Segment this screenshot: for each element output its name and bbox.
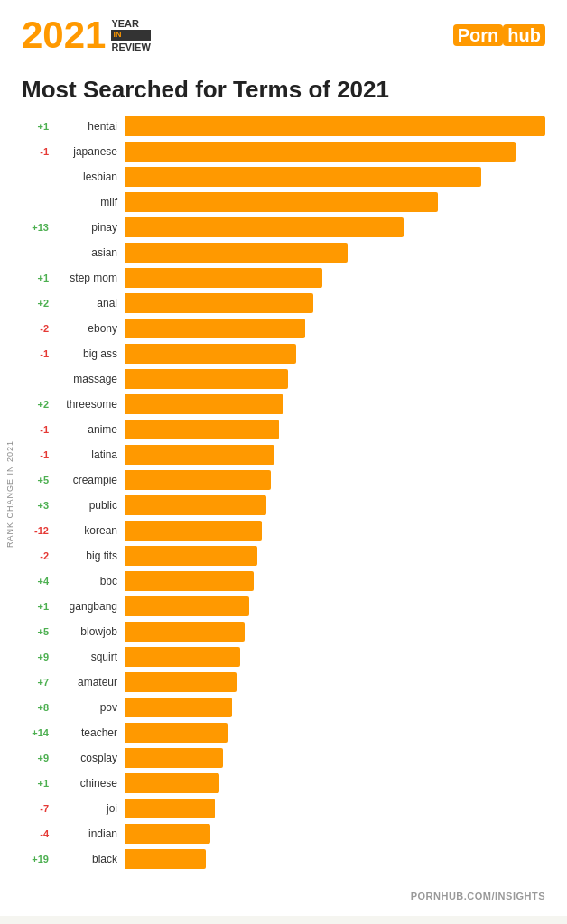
rank-change: -2 — [20, 323, 52, 334]
term-label: public — [52, 499, 125, 512]
rank-change: +1 — [20, 121, 52, 132]
bar-fill — [125, 723, 228, 743]
rank-change: +19 — [20, 854, 52, 864]
bar-row: +1gangbang — [20, 595, 545, 618]
rank-change: -1 — [20, 424, 52, 435]
bar-track — [125, 622, 545, 642]
bar-row: +14teacher — [20, 721, 545, 744]
bar-row: -1latina — [20, 443, 545, 467]
bar-track — [125, 420, 545, 439]
bar-track — [125, 824, 545, 844]
bar-fill — [125, 773, 219, 793]
bar-track — [125, 394, 545, 414]
term-label: amateur — [52, 676, 125, 688]
term-label: pinay — [52, 221, 125, 234]
bar-track — [125, 571, 545, 591]
bar-row: lesbian — [20, 165, 545, 189]
bar-fill — [125, 293, 313, 313]
bar-track — [125, 344, 545, 364]
rank-change: +1 — [20, 601, 52, 612]
bar-track — [125, 319, 545, 338]
term-label: lesbian — [52, 171, 125, 183]
bar-fill — [125, 268, 322, 288]
rank-change: +7 — [20, 677, 52, 688]
term-label: japanese — [52, 145, 125, 158]
bar-fill — [125, 647, 240, 667]
term-label: anime — [52, 423, 125, 436]
bar-track — [125, 445, 545, 465]
bar-row: milf — [20, 190, 545, 214]
bar-fill — [125, 698, 232, 717]
rank-change: +14 — [20, 727, 52, 738]
main-title: Most Searched for Terms of 2021 — [0, 63, 567, 111]
bar-fill — [125, 596, 249, 616]
bar-fill — [125, 420, 279, 439]
bar-track — [125, 142, 545, 162]
term-label: squirt — [52, 651, 125, 663]
bar-row: +2threesome — [20, 393, 545, 416]
bar-track — [125, 243, 545, 263]
bar-row: asian — [20, 241, 545, 264]
chart-inner: +1hentai-1japaneselesbianmilf+13pinayasi… — [20, 115, 545, 873]
bar-track — [125, 748, 545, 768]
logo-hub-badge: hub — [503, 24, 545, 46]
bar-track — [125, 192, 545, 212]
bar-fill — [125, 217, 404, 237]
term-label: teacher — [52, 726, 125, 739]
bar-row: +1chinese — [20, 772, 545, 795]
term-label: gangbang — [52, 600, 125, 613]
term-label: massage — [52, 373, 125, 385]
bar-track — [125, 723, 545, 743]
term-label: chinese — [52, 777, 125, 790]
rank-change: +9 — [20, 651, 52, 662]
bar-row: +2anal — [20, 291, 545, 315]
bar-row: +4bbc — [20, 569, 545, 593]
term-label: cosplay — [52, 752, 125, 764]
bar-fill — [125, 571, 254, 591]
rank-change: +8 — [20, 702, 52, 713]
bar-row: -1big ass — [20, 342, 545, 365]
bar-track — [125, 546, 545, 566]
bar-track — [125, 773, 545, 793]
rank-change: +13 — [20, 222, 52, 233]
bar-fill — [125, 167, 481, 187]
rank-change: -2 — [20, 550, 52, 561]
rank-change: +2 — [20, 298, 52, 309]
rank-change: -1 — [20, 449, 52, 460]
bar-fill — [125, 849, 206, 869]
bar-row: -12korean — [20, 519, 545, 542]
bar-fill — [125, 394, 284, 414]
rank-change: +2 — [20, 399, 52, 410]
bar-row: +1step mom — [20, 266, 545, 290]
bar-track — [125, 268, 545, 288]
term-label: ebony — [52, 322, 125, 335]
term-label: big ass — [52, 347, 125, 360]
chart-container: RANK CHANGE IN 2021 +1hentai-1japanesele… — [0, 111, 567, 882]
rank-change: -7 — [20, 803, 52, 814]
bar-row: +9cosplay — [20, 746, 545, 770]
bar-fill — [125, 319, 305, 338]
bar-track — [125, 217, 545, 237]
year-line2: REVIEW — [111, 41, 150, 53]
term-label: hentai — [52, 120, 125, 133]
bar-fill — [125, 546, 257, 566]
bar-track — [125, 596, 545, 616]
term-label: milf — [52, 196, 125, 208]
rank-change: +5 — [20, 626, 52, 637]
bar-fill — [125, 799, 215, 818]
rank-change: -4 — [20, 828, 52, 839]
bar-row: -1anime — [20, 418, 545, 441]
bar-fill — [125, 369, 288, 389]
rank-change: +5 — [20, 475, 52, 485]
bar-fill — [125, 344, 296, 364]
bar-track — [125, 521, 545, 541]
year-in: IN — [111, 30, 150, 41]
bar-track — [125, 470, 545, 490]
rank-change: +1 — [20, 273, 52, 283]
bar-fill — [125, 243, 348, 263]
bar-fill — [125, 521, 262, 541]
year-logo: 2021 YEAR IN REVIEW — [22, 16, 151, 54]
term-label: blowjob — [52, 625, 125, 638]
bar-track — [125, 849, 545, 869]
y-axis-label: RANK CHANGE IN 2021 — [0, 115, 20, 873]
